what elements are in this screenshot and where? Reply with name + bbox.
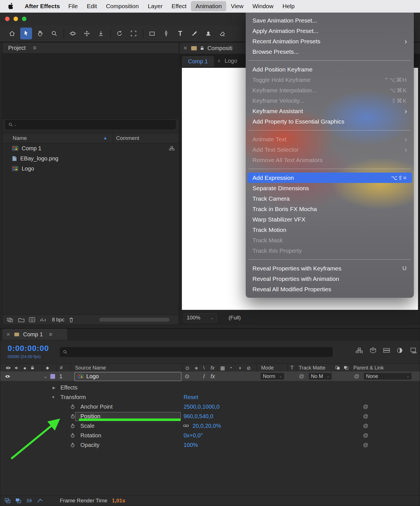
property-pickwhip-icon[interactable]: @ — [363, 421, 368, 431]
stopwatch-icon[interactable] — [71, 414, 75, 419]
menu-item-browse-presets[interactable]: Browse Presets... — [246, 46, 414, 57]
pan-behind-tool-button[interactable] — [81, 28, 93, 39]
column-header-parent-link[interactable]: Parent & Link — [353, 365, 384, 371]
hand-tool-button[interactable] — [34, 28, 46, 39]
panel-menu-icon[interactable]: ≡ — [49, 331, 52, 338]
property-pickwhip-icon[interactable]: @ — [363, 411, 368, 421]
type-tool-button[interactable]: T — [174, 28, 186, 39]
expand-layers-icon[interactable] — [5, 498, 11, 503]
menubar-item-layer[interactable]: Layer — [143, 1, 167, 11]
property-pickwhip-icon[interactable]: @ — [363, 440, 368, 450]
menu-item-add-property-to-essential-graphics[interactable]: Add Property to Essential Graphics — [246, 116, 414, 127]
rectangle-tool-button[interactable] — [146, 28, 158, 39]
motion-blur-toggle-icon[interactable] — [26, 498, 32, 503]
property-label[interactable]: Position — [80, 411, 100, 421]
orbit-camera-tool-button[interactable] — [67, 28, 79, 39]
menubar-item-view[interactable]: View — [226, 1, 248, 11]
property-label[interactable]: Scale — [80, 421, 94, 431]
graph-editor-icon[interactable] — [37, 498, 43, 503]
expand-triangle-icon[interactable]: ▶ — [53, 383, 55, 392]
parent-pickwhip-icon[interactable]: @ — [354, 371, 359, 381]
parent-dropdown[interactable]: None ⌄ — [363, 373, 412, 380]
composition-mini-flowchart-icon[interactable] — [356, 348, 363, 353]
property-value[interactable]: 20,0,20,0% — [193, 421, 221, 431]
lock-icon[interactable] — [200, 46, 204, 50]
clone-stamp-tool-button[interactable] — [202, 28, 214, 39]
property-row-opacity[interactable]: Opacity 100% @ — [0, 440, 420, 450]
current-timecode[interactable]: 0:00:00:00 — [8, 344, 49, 353]
project-item-ebay-logo[interactable]: EBay_logo.png — [3, 153, 179, 164]
property-label[interactable]: Rotation — [80, 431, 101, 440]
transform-group-row[interactable]: ▼ Transform Reset — [0, 392, 420, 402]
region-of-interest-button[interactable] — [128, 28, 139, 39]
menu-item-reveal-all-modified-properties[interactable]: Reveal All Modified Properties — [246, 284, 414, 294]
project-item-logo[interactable]: Logo — [3, 164, 179, 174]
zoom-window-button[interactable] — [22, 17, 26, 21]
menubar-item-window[interactable]: Window — [248, 1, 278, 11]
apple-menu[interactable] — [8, 3, 16, 10]
new-folder-icon[interactable] — [18, 317, 24, 322]
panel-menu-icon[interactable]: ≡ — [33, 44, 36, 51]
menubar-item-animation[interactable]: Animation — [191, 1, 226, 11]
column-header-source-name[interactable]: Source Name — [75, 365, 106, 371]
motion-blur-icon[interactable] — [410, 347, 417, 353]
selection-tool-button[interactable] — [20, 28, 32, 39]
quality-switch[interactable]: / — [203, 371, 205, 381]
column-header-track-matte[interactable]: Track Matte — [299, 365, 325, 371]
back-chevron-icon[interactable]: ‹ — [218, 57, 220, 64]
draft-3d-icon[interactable] — [370, 347, 376, 353]
timeline-tab-comp1[interactable]: × Comp 1 ≡ — [3, 329, 67, 340]
composition-panel-title[interactable]: Compositi — [207, 45, 232, 52]
sort-ascending-icon[interactable]: ▲ — [103, 135, 107, 140]
anchor-point-tool-button[interactable] — [95, 28, 107, 39]
eraser-tool-button[interactable] — [216, 28, 228, 39]
menubar-item-edit[interactable]: Edit — [82, 1, 101, 11]
layer-row-logo[interactable]: ⌄ 1 Logo ⊙ / fx Norm ⌄ @ No M ⌄ — [0, 371, 420, 381]
collapse-switch[interactable]: ⊙ — [185, 371, 189, 381]
trash-icon[interactable] — [69, 317, 74, 323]
menu-item-track-motion[interactable]: Track Motion — [246, 225, 414, 235]
column-header-t[interactable]: T — [290, 365, 293, 371]
minimize-window-button[interactable] — [13, 17, 18, 21]
menu-item-keyframe-assistant[interactable]: Keyframe Assistant› — [246, 106, 414, 116]
layer-label-swatch[interactable] — [50, 374, 55, 379]
property-value[interactable]: 0x+0,0° — [184, 431, 203, 440]
project-item-comp1[interactable]: Comp 1 — [3, 143, 179, 153]
menu-item-reveal-properties-with-animation[interactable]: Reveal Properties with Animation — [246, 274, 414, 284]
stopwatch-icon[interactable] — [71, 443, 75, 447]
stopwatch-icon[interactable] — [71, 433, 75, 438]
rotation-tool-button[interactable] — [114, 28, 125, 39]
property-row-scale[interactable]: Scale 20,0,20,0% @ — [0, 421, 420, 431]
menu-item-recent-animation-presets[interactable]: Recent Animation Presets› — [246, 36, 414, 46]
viewer-tab-logo[interactable]: Logo — [225, 58, 237, 64]
property-label[interactable]: Anchor Point — [80, 402, 113, 411]
effects-switch[interactable]: fx — [211, 371, 215, 381]
track-matte-pickwhip-icon[interactable]: @ — [299, 371, 304, 381]
transform-group-label[interactable]: Transform — [60, 392, 86, 402]
project-tab[interactable]: Project — [8, 45, 26, 51]
stopwatch-icon[interactable] — [71, 424, 75, 428]
zoom-level-dropdown[interactable]: 100% ⌄ — [184, 313, 217, 322]
pen-tool-button[interactable] — [160, 28, 172, 39]
close-window-button[interactable] — [5, 17, 10, 21]
menu-item-apply-animation-preset[interactable]: Apply Animation Preset... — [246, 26, 414, 36]
column-header-number[interactable]: # — [60, 365, 63, 371]
menu-item-track-camera[interactable]: Track Camera — [246, 193, 414, 204]
layer-name[interactable]: Logo — [86, 373, 99, 380]
home-button[interactable] — [6, 28, 18, 39]
layer-expand-chevron[interactable]: ⌄ — [44, 371, 47, 381]
menubar-item-help[interactable]: Help — [278, 1, 299, 11]
track-matte-dropdown[interactable]: No M ⌄ — [308, 373, 332, 380]
menu-item-save-animation-preset[interactable]: Save Animation Preset... — [246, 15, 414, 26]
close-icon[interactable]: × — [6, 331, 10, 338]
brush-tool-button[interactable] — [188, 28, 200, 39]
viewer-tab-comp1[interactable]: Comp 1 — [182, 56, 214, 67]
blend-mode-dropdown[interactable]: Norm ⌄ — [260, 373, 284, 380]
menubar-item-file[interactable]: File — [64, 1, 82, 11]
menubar-item-effect[interactable]: Effect — [167, 1, 191, 11]
menu-item-reveal-properties-with-keyframes[interactable]: Reveal Properties with KeyframesU — [246, 263, 414, 274]
collapse-triangle-icon[interactable]: ▼ — [51, 392, 55, 402]
menu-item-add-position-keyframe[interactable]: Add Position Keyframe — [246, 64, 414, 75]
menu-item-warp-stabilizer-vfx[interactable]: Warp Stabilizer VFX — [246, 214, 414, 225]
property-value[interactable]: 960,0,540,0 — [184, 411, 213, 421]
